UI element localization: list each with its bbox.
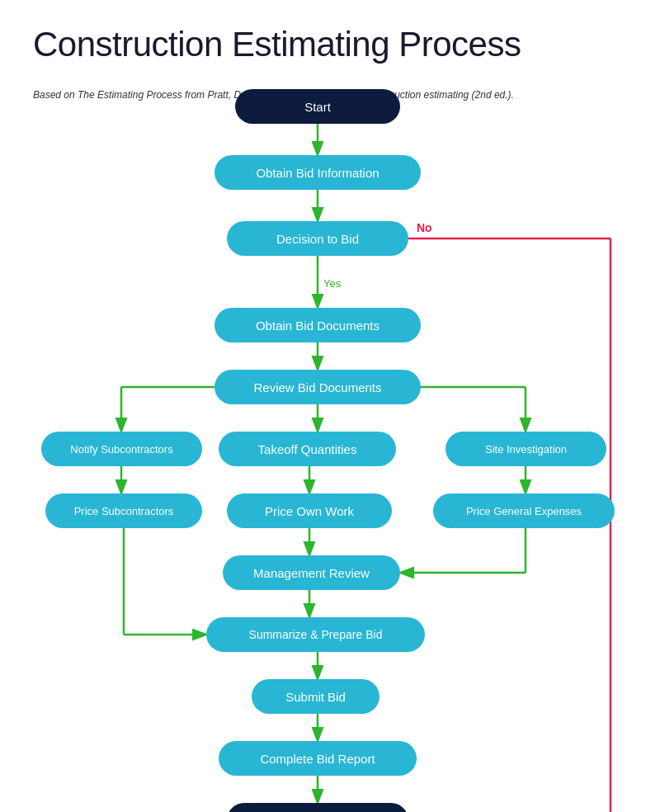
- submit-bid-node: Submit Bid: [252, 679, 380, 714]
- decision-to-bid-node: Decision to Bid: [227, 221, 408, 256]
- review-bid-docs-node: Review Bid Documents: [214, 370, 421, 404]
- mgmt-review-node: Management Review: [223, 555, 400, 590]
- summarize-node: Summarize & Prepare Bid: [206, 617, 425, 652]
- price-sub-node: Price Subcontractors: [45, 493, 202, 528]
- svg-text:Yes: Yes: [323, 277, 342, 290]
- complete-report-node: Complete Bid Report: [219, 741, 417, 776]
- end-node: End: [227, 803, 408, 812]
- start-node: Start: [235, 89, 400, 124]
- notify-sub-node: Notify Subcontractors: [41, 432, 202, 466]
- obtain-bid-docs-node: Obtain Bid Documents: [214, 308, 421, 342]
- obtain-bid-info-node: Obtain Bid Information: [214, 155, 421, 190]
- price-own-node: Price Own Work: [227, 493, 392, 528]
- page-title: Construction Estimating Process: [33, 25, 627, 64]
- price-gen-node: Price General Expenses: [433, 493, 615, 528]
- takeoff-node: Takeoff Quantities: [219, 432, 396, 466]
- site-inv-node: Site Investigation: [446, 432, 606, 466]
- svg-text:No: No: [417, 221, 432, 234]
